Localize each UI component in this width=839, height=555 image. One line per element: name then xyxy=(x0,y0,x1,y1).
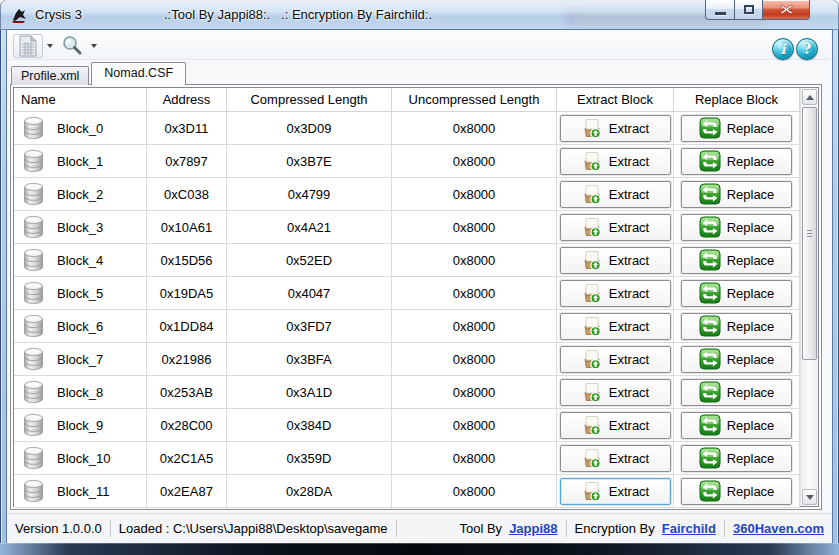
extract-button[interactable]: Extract xyxy=(560,181,671,208)
replace-button[interactable]: Replace xyxy=(681,247,792,274)
search-button[interactable] xyxy=(57,34,87,58)
scrollbar-thumb[interactable] xyxy=(802,107,817,360)
column-header-name[interactable]: Name xyxy=(14,88,147,111)
replace-button[interactable]: Replace xyxy=(681,346,792,373)
replace-swap-icon xyxy=(699,480,721,502)
extract-button[interactable]: Extract xyxy=(560,412,671,439)
extract-label: Extract xyxy=(609,220,649,235)
table-row[interactable]: Block_7 0x21986 0x3BFA 0x8000 Extract xyxy=(14,343,800,376)
app-window: Crysis 3 .:Tool By Jappi88:. .: Encrypti… xyxy=(0,0,839,555)
uncompressed-cell: 0x8000 xyxy=(392,277,557,309)
scroll-down-button[interactable] xyxy=(802,489,817,505)
info-button[interactable]: i xyxy=(772,38,794,60)
table-row[interactable]: Block_0 0x3D11 0x3D09 0x8000 Extract xyxy=(14,112,800,145)
minimize-button[interactable] xyxy=(705,0,735,20)
window-title: Crysis 3 xyxy=(35,7,82,22)
table-row[interactable]: Block_9 0x28C00 0x384D 0x8000 Extract xyxy=(14,409,800,442)
table-row[interactable]: Block_10 0x2C1A5 0x359D 0x8000 Extract xyxy=(14,442,800,475)
column-header-extract[interactable]: Extract Block xyxy=(557,88,674,111)
uncompressed-cell: 0x8000 xyxy=(392,244,557,276)
replace-swap-icon xyxy=(699,414,721,436)
info-glyph: i xyxy=(780,41,785,57)
extract-package-icon xyxy=(581,117,603,139)
replace-label: Replace xyxy=(727,121,775,136)
database-icon xyxy=(21,115,46,141)
table-row[interactable]: Block_4 0x15D56 0x52ED 0x8000 Extract xyxy=(14,244,800,277)
replace-button[interactable]: Replace xyxy=(681,412,792,439)
extract-button[interactable]: Extract xyxy=(560,148,671,175)
block-name: Block_9 xyxy=(57,418,103,433)
table-header: Name Address Compressed Length Uncompres… xyxy=(14,88,800,112)
close-icon xyxy=(780,4,793,15)
grid-page-button[interactable] xyxy=(13,34,43,58)
grid-page-icon xyxy=(18,35,38,57)
tab-page-panel: Name Address Compressed Length Uncompres… xyxy=(10,84,822,510)
extract-package-icon xyxy=(581,414,603,436)
replace-button[interactable]: Replace xyxy=(681,379,792,406)
window-bottom-border xyxy=(0,543,839,555)
maximize-button[interactable] xyxy=(735,0,763,20)
tab-nomad-csf[interactable]: Nomad.CSF xyxy=(91,62,186,85)
block-name: Block_10 xyxy=(57,451,110,466)
replace-button[interactable]: Replace xyxy=(681,115,792,142)
replace-button[interactable]: Replace xyxy=(681,214,792,241)
replace-swap-icon xyxy=(699,381,721,403)
replace-button[interactable]: Replace xyxy=(681,148,792,175)
replace-label: Replace xyxy=(727,220,775,235)
search-dropdown-arrow[interactable] xyxy=(87,34,101,58)
column-header-compressed[interactable]: Compressed Length xyxy=(227,88,392,111)
table-row[interactable]: Block_8 0x253AB 0x3A1D 0x8000 Extract xyxy=(14,376,800,409)
replace-button[interactable]: Replace xyxy=(681,478,792,505)
compressed-cell: 0x4047 xyxy=(227,277,392,309)
extract-label: Extract xyxy=(609,352,649,367)
extract-label: Extract xyxy=(609,187,649,202)
grid-page-dropdown-arrow[interactable] xyxy=(43,34,57,58)
jappi88-link[interactable]: Jappi88 xyxy=(509,521,557,536)
minimize-icon xyxy=(715,12,726,15)
replace-swap-icon xyxy=(699,150,721,172)
replace-button[interactable]: Replace xyxy=(681,445,792,472)
extract-package-icon xyxy=(581,447,603,469)
extract-button[interactable]: Extract xyxy=(560,115,671,142)
compressed-cell: 0x52ED xyxy=(227,244,392,276)
extract-button[interactable]: Extract xyxy=(560,445,671,472)
extract-button[interactable]: Extract xyxy=(560,478,671,505)
scroll-up-button[interactable] xyxy=(802,89,817,105)
uncompressed-cell: 0x8000 xyxy=(392,343,557,375)
status-separator xyxy=(396,520,397,537)
extract-button[interactable]: Extract xyxy=(560,247,671,274)
address-cell: 0x28C00 xyxy=(147,409,227,441)
replace-label: Replace xyxy=(727,385,775,400)
extract-button[interactable]: Extract xyxy=(560,379,671,406)
column-header-uncompressed[interactable]: Uncompressed Length xyxy=(392,88,557,111)
table-row[interactable]: Block_11 0x2EA87 0x28DA 0x8000 Extract xyxy=(14,475,800,508)
replace-label: Replace xyxy=(727,187,775,202)
360haven-link[interactable]: 360Haven.com xyxy=(733,521,824,536)
table-row[interactable]: Block_5 0x19DA5 0x4047 0x8000 Extract xyxy=(14,277,800,310)
close-button[interactable] xyxy=(763,0,810,20)
uncompressed-cell: 0x8000 xyxy=(392,409,557,441)
vertical-scrollbar[interactable] xyxy=(800,88,818,506)
extract-package-icon xyxy=(581,282,603,304)
address-cell: 0x15D56 xyxy=(147,244,227,276)
fairchild-link[interactable]: Fairchild xyxy=(662,521,716,536)
extract-button[interactable]: Extract xyxy=(560,313,671,340)
table-row[interactable]: Block_3 0x10A61 0x4A21 0x8000 Extract xyxy=(14,211,800,244)
uncompressed-cell: 0x8000 xyxy=(392,211,557,243)
column-header-address[interactable]: Address xyxy=(147,88,227,111)
block-name: Block_4 xyxy=(57,253,103,268)
extract-button[interactable]: Extract xyxy=(560,346,671,373)
tab-profile-xml[interactable]: Profile.xml xyxy=(11,66,89,85)
help-glyph: ? xyxy=(803,41,811,57)
replace-button[interactable]: Replace xyxy=(681,313,792,340)
table-row[interactable]: Block_6 0x1DD84 0x3FD7 0x8000 Extract xyxy=(14,310,800,343)
extract-button[interactable]: Extract xyxy=(560,214,671,241)
extract-button[interactable]: Extract xyxy=(560,280,671,307)
table-row[interactable]: Block_1 0x7897 0x3B7E 0x8000 Extract xyxy=(14,145,800,178)
help-button[interactable]: ? xyxy=(796,38,818,60)
column-header-replace[interactable]: Replace Block xyxy=(674,88,800,111)
replace-button[interactable]: Replace xyxy=(681,181,792,208)
replace-button[interactable]: Replace xyxy=(681,280,792,307)
table-row[interactable]: Block_2 0xC038 0x4799 0x8000 Extract xyxy=(14,178,800,211)
encryption-by-label: Encryption By xyxy=(575,521,655,536)
